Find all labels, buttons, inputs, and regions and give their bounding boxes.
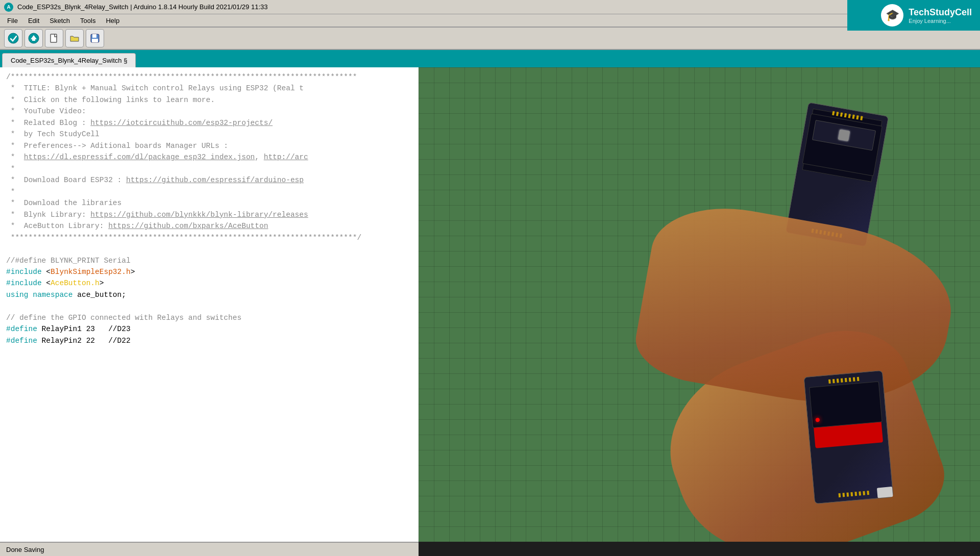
code-line-14: ****************************************… (6, 232, 412, 243)
open-button[interactable] (65, 29, 84, 47)
code-line-6: * Preferences--> Aditional boards Manage… (6, 140, 412, 151)
brand-name: TechStudyCell (909, 7, 972, 18)
title-bar: A Code_ESP32s_Blynk_4Relay_Switch | Ardu… (0, 0, 980, 14)
logo-area: 🎓 TechStudyCell Enjoy Learning... (847, 0, 980, 31)
menu-tools[interactable]: Tools (75, 16, 101, 26)
svg-point-0 (8, 33, 18, 43)
code-line-16: //#define BLYNK_PRINT Serial (6, 255, 412, 266)
code-line-3: * YouTube Video: (6, 106, 412, 117)
app-icon: A (4, 3, 13, 12)
svg-rect-3 (32, 39, 35, 41)
code-line-0: /***************************************… (6, 71, 412, 83)
svg-rect-6 (92, 34, 96, 38)
code-line-10: * (6, 186, 412, 197)
esp32-board-bottom (803, 370, 893, 504)
menu-help[interactable]: Help (101, 16, 125, 26)
code-line-23: #define RelayPin2 22 //D22 (6, 335, 412, 346)
code-line-8: * (6, 163, 412, 174)
menu-edit[interactable]: Edit (23, 16, 44, 26)
toolbar (0, 28, 980, 50)
code-line-17: #include <BlynkSimpleEsp32.h> (6, 266, 412, 277)
window-title: Code_ESP32s_Blynk_4Relay_Switch | Arduin… (17, 3, 267, 11)
code-line-11: * Download the libraries (6, 197, 412, 209)
svg-rect-7 (92, 39, 98, 42)
menu-bar: File Edit Sketch Tools Help 🎓 TechStudyC… (0, 14, 980, 28)
active-tab[interactable]: Code_ESP32s_Blynk_4Relay_Switch § (2, 53, 136, 67)
status-bar: Done Saving (0, 542, 419, 556)
code-editor[interactable]: /***************************************… (0, 67, 419, 542)
logo-text: TechStudyCell Enjoy Learning... (909, 7, 972, 24)
code-line-15 (6, 243, 412, 255)
brand-tagline: Enjoy Learning... (909, 18, 951, 24)
code-line-5: * by Tech StudyCell (6, 129, 412, 140)
svg-rect-4 (51, 34, 57, 42)
code-line-20 (6, 300, 412, 312)
code-line-12: * Blynk Library: https://github.com/blyn… (6, 209, 412, 220)
code-line-19: using namespace ace_button; (6, 289, 412, 300)
code-line-4: * Related Blog : https://iotcircuithub.c… (6, 117, 412, 129)
new-button[interactable] (45, 29, 63, 47)
code-line-18: #include <AceButton.h> (6, 277, 412, 289)
menu-sketch[interactable]: Sketch (44, 16, 75, 26)
menu-file[interactable]: File (2, 16, 23, 26)
code-line-13: * AceButton Library: https://github.com/… (6, 220, 412, 232)
save-button[interactable] (86, 29, 104, 47)
tab-bar: Code_ESP32s_Blynk_4Relay_Switch § (0, 50, 980, 67)
code-line-1: * TITLE: Blynk + Manual Switch control R… (6, 83, 412, 94)
verify-button[interactable] (4, 29, 22, 47)
code-line-7: * https://dl.espressif.com/dl/package_es… (6, 151, 412, 163)
status-message: Done Saving (6, 546, 44, 553)
code-line-22: #define RelayPin1 23 //D23 (6, 323, 412, 335)
logo-icon: 🎓 (881, 4, 903, 27)
upload-button[interactable] (24, 29, 43, 47)
image-panel (419, 67, 980, 542)
code-line-21: // define the GPIO connected with Relays… (6, 312, 412, 323)
code-line-2: * Click on the following links to learn … (6, 94, 412, 106)
main-content: /***************************************… (0, 67, 980, 542)
code-line-9: * Download Board ESP32 : https://github.… (6, 174, 412, 186)
